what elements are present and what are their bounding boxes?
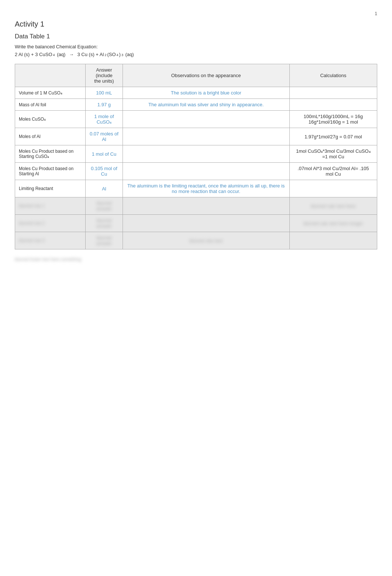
row-label: Moles Cu Product based on Starting CuSO₄ — [15, 145, 86, 163]
row-label: Moles Cu Product based on Starting Al — [15, 163, 86, 180]
table-row: Volume of 1 M CuSO₄100 mLThe solution is… — [15, 87, 377, 99]
col-header-observation: Observations on the appearance — [123, 64, 289, 87]
row-label: blurred row 2 — [15, 215, 86, 232]
eq-products: 3 Cu (s) + Al — [78, 52, 104, 57]
row-calculation — [289, 87, 377, 99]
eq-reactant-state: (aq) — [56, 52, 66, 57]
row-calculation: 1mol CuSO₄*3mol Cu/3mol CuSO₄ =1 mol Cu — [289, 145, 377, 163]
balanced-eq-label: Write the balanced Chemical Equation: — [15, 44, 377, 49]
table-row: Limiting ReactantAlThe aluminum is the l… — [15, 180, 377, 197]
activity-title: Activity 1 — [15, 20, 377, 28]
row-observation — [123, 197, 289, 215]
table-row: Moles Cu Product based on Starting CuSO₄… — [15, 145, 377, 163]
answer-text: 1 mole of CuSO₄ — [94, 114, 114, 125]
footer-blurred: blurred footer text here something — [15, 257, 377, 262]
row-observation: The solution is a bright blue color — [123, 87, 289, 99]
row-observation: The aluminum foil was silver and shiny i… — [123, 99, 289, 111]
row-calculation: 100mL*160g/1000mL = 16g16g*1mol/160g = 1… — [289, 111, 377, 128]
row-label: Moles CuSO₄ — [15, 111, 86, 128]
table-row: Moles CuSO₄1 mole of CuSO₄100mL*160g/100… — [15, 111, 377, 128]
table-row: blurred row 3blurred answerblurred obs t… — [15, 232, 377, 249]
row-calculation: 1.97g*1mol/27g = 0.07 mol — [289, 128, 377, 145]
table-row: blurred row 2blurred answerblurred calc … — [15, 215, 377, 232]
eq-sub3: 4 — [117, 53, 118, 57]
row-calculation — [289, 180, 377, 197]
row-observation: The aluminum is the limiting reactant, o… — [123, 180, 289, 197]
row-calculation — [289, 99, 377, 111]
table-row: Moles of Al0.07 moles of Al1.97g*1mol/27… — [15, 128, 377, 145]
answer-text: Al — [102, 186, 106, 192]
col-header-answer: Answer(includethe units) — [86, 64, 123, 87]
row-answer: 1 mol of Cu — [86, 145, 123, 163]
row-calculation: blurred calc text here — [289, 197, 377, 215]
answer-text: 0.105 mol of Cu — [91, 166, 117, 177]
answer-text: 0.07 moles of Al — [90, 131, 118, 142]
row-answer: 0.105 mol of Cu — [86, 163, 123, 180]
eq-product-close: ) — [119, 52, 121, 57]
eq-product-state: (aq) — [124, 52, 134, 57]
row-label: Volume of 1 M CuSO₄ — [15, 87, 86, 99]
row-answer: blurred answer — [86, 232, 123, 249]
row-observation: blurred obs text — [123, 232, 289, 249]
observation-text: The solution is a bright blue color — [171, 90, 241, 96]
row-answer: 0.07 moles of Al — [86, 128, 123, 145]
col-header-label — [15, 64, 86, 87]
table-row: Moles Cu Product based on Starting Al0.1… — [15, 163, 377, 180]
row-label: Limiting Reactant — [15, 180, 86, 197]
row-observation — [123, 215, 289, 232]
eq-reactants: 2 Al (s) + 3 CuSO — [15, 52, 52, 57]
data-table: Answer(includethe units) Observations on… — [15, 64, 377, 249]
row-calculation: .07mol Al*3 mol Cu/2mol Al= .105 mol Cu — [289, 163, 377, 180]
eq-sub2: 2 — [104, 53, 106, 57]
eq-sub4: 3 — [121, 53, 123, 57]
observation-text: The aluminum is the limiting reactant, o… — [127, 183, 285, 194]
row-answer: 1.97 g — [86, 99, 123, 111]
data-table-title: Data Table 1 — [15, 33, 377, 40]
row-label: Moles of Al — [15, 128, 86, 145]
row-answer: blurred answer — [86, 215, 123, 232]
observation-text: The aluminum foil was silver and shiny i… — [148, 102, 264, 107]
chemical-equation: 2 Al (s) + 3 CuSO4 (aq) → 3 Cu (s) + Al2… — [15, 52, 377, 57]
table-row: Mass of Al foil1.97 gThe aluminum foil w… — [15, 99, 377, 111]
eq-product-formula: (SO — [107, 52, 116, 57]
table-row: blurred row 1blurred answerblurred calc … — [15, 197, 377, 215]
row-observation — [123, 145, 289, 163]
row-calculation — [289, 232, 377, 249]
answer-text: 1 mol of Cu — [92, 151, 116, 157]
row-answer: Al — [86, 180, 123, 197]
row-observation — [123, 163, 289, 180]
page-number: 1 — [15, 11, 377, 16]
eq-arrow: → — [68, 52, 75, 57]
row-label: Mass of Al foil — [15, 99, 86, 111]
col-header-calculation: Calculations — [289, 64, 377, 87]
row-answer: blurred answer — [86, 197, 123, 215]
row-calculation: blurred calc text here longer — [289, 215, 377, 232]
row-answer: 1 mole of CuSO₄ — [86, 111, 123, 128]
answer-text: 1.97 g — [97, 102, 111, 107]
row-observation — [123, 128, 289, 145]
row-observation — [123, 111, 289, 128]
row-label: blurred row 1 — [15, 197, 86, 215]
row-label: blurred row 3 — [15, 232, 86, 249]
row-answer: 100 mL — [86, 87, 123, 99]
answer-text: 100 mL — [96, 90, 112, 96]
eq-sub1: 4 — [53, 53, 55, 57]
